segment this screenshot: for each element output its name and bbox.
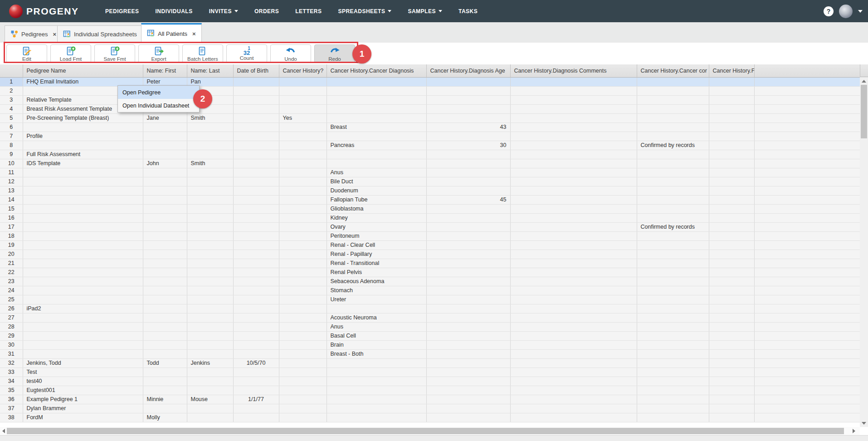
grid-cell[interactable]: Renal - Transitional bbox=[327, 259, 426, 268]
grid-cell[interactable]: FHQ Email Invitation bbox=[23, 77, 143, 86]
grid-cell[interactable]: FordM bbox=[23, 413, 143, 422]
grid-cell[interactable] bbox=[426, 186, 510, 195]
grid-cell[interactable] bbox=[754, 240, 860, 250]
row-number[interactable]: 14 bbox=[0, 195, 23, 204]
grid-cell[interactable] bbox=[143, 132, 187, 141]
grid-cell[interactable] bbox=[279, 386, 327, 395]
grid-cell[interactable] bbox=[279, 286, 327, 295]
grid-cell[interactable]: 10/5/70 bbox=[233, 358, 279, 368]
grid-cell[interactable] bbox=[637, 331, 709, 340]
grid-cell[interactable] bbox=[233, 286, 279, 295]
grid-cell[interactable] bbox=[233, 413, 279, 422]
grid-cell[interactable] bbox=[187, 322, 233, 331]
grid-cell[interactable] bbox=[709, 331, 754, 340]
edit-button[interactable]: Edit bbox=[6, 44, 47, 63]
grid-cell[interactable] bbox=[187, 177, 233, 186]
grid-cell[interactable] bbox=[510, 313, 637, 322]
grid-cell[interactable] bbox=[23, 322, 143, 331]
grid-cell[interactable] bbox=[233, 368, 279, 377]
grid-cell[interactable] bbox=[426, 404, 510, 413]
grid-cell[interactable] bbox=[143, 331, 187, 340]
grid-cell[interactable] bbox=[754, 286, 860, 295]
grid-cell[interactable] bbox=[426, 268, 510, 277]
grid-cell[interactable] bbox=[754, 113, 860, 122]
table-row[interactable]: 29Basal Cell bbox=[0, 331, 860, 340]
grid-cell[interactable]: Jane bbox=[143, 113, 187, 122]
grid-cell[interactable] bbox=[279, 204, 327, 213]
grid-cell[interactable] bbox=[327, 77, 426, 86]
grid-cell[interactable] bbox=[510, 240, 637, 250]
grid-cell[interactable] bbox=[187, 231, 233, 240]
grid-cell[interactable] bbox=[709, 304, 754, 313]
row-number[interactable]: 24 bbox=[0, 286, 23, 295]
row-number[interactable]: 12 bbox=[0, 177, 23, 186]
grid-cell[interactable] bbox=[23, 177, 143, 186]
table-row[interactable]: 36Example Pedigree 1MinnieMouse1/1/77 bbox=[0, 395, 860, 404]
grid-cell[interactable] bbox=[327, 304, 426, 313]
grid-cell[interactable] bbox=[233, 113, 279, 122]
grid-cell[interactable] bbox=[709, 259, 754, 268]
table-row[interactable]: 34test40 bbox=[0, 377, 860, 386]
grid-cell[interactable]: Profile bbox=[23, 132, 143, 141]
grid-cell[interactable] bbox=[426, 77, 510, 86]
grid-cell[interactable] bbox=[233, 377, 279, 386]
grid-cell[interactable] bbox=[279, 304, 327, 313]
grid-cell[interactable] bbox=[754, 222, 860, 231]
grid-cell[interactable] bbox=[510, 368, 637, 377]
grid-cell[interactable] bbox=[510, 404, 637, 413]
table-row[interactable]: 13Duodenum bbox=[0, 186, 860, 195]
grid-cell[interactable] bbox=[754, 213, 860, 222]
row-number[interactable]: 5 bbox=[0, 113, 23, 122]
row-number[interactable]: 21 bbox=[0, 259, 23, 268]
grid-cell[interactable]: Ureter bbox=[327, 295, 426, 304]
grid-cell[interactable] bbox=[187, 259, 233, 268]
row-number[interactable]: 7 bbox=[0, 132, 23, 141]
grid-cell[interactable] bbox=[143, 250, 187, 259]
redo-button[interactable]: Redo bbox=[314, 44, 355, 63]
grid-cell[interactable] bbox=[709, 104, 754, 113]
grid-cell[interactable] bbox=[510, 340, 637, 349]
grid-cell[interactable] bbox=[143, 204, 187, 213]
grid-cell[interactable] bbox=[279, 213, 327, 222]
grid-cell[interactable] bbox=[637, 150, 709, 159]
grid-cell[interactable] bbox=[510, 395, 637, 404]
grid-cell[interactable] bbox=[754, 277, 860, 286]
grid-cell[interactable] bbox=[233, 240, 279, 250]
grid-cell[interactable]: Confirmed by records bbox=[637, 141, 709, 150]
grid-cell[interactable]: Ovary bbox=[327, 222, 426, 231]
column-header-blank[interactable] bbox=[0, 64, 23, 77]
grid-cell[interactable] bbox=[510, 250, 637, 259]
grid-cell[interactable] bbox=[426, 177, 510, 186]
grid-cell[interactable] bbox=[233, 250, 279, 259]
column-header-cancer-history-diagnosis-comments[interactable]: Cancer History.Diagnosis Comments bbox=[510, 64, 637, 77]
row-number[interactable]: 33 bbox=[0, 368, 23, 377]
grid-cell[interactable] bbox=[143, 386, 187, 395]
grid-cell[interactable] bbox=[754, 386, 860, 395]
grid-cell[interactable] bbox=[327, 377, 426, 386]
column-header-name-last[interactable]: Name: Last bbox=[187, 64, 233, 77]
grid-cell[interactable] bbox=[327, 104, 426, 113]
grid-cell[interactable] bbox=[233, 404, 279, 413]
grid-cell[interactable] bbox=[637, 195, 709, 204]
table-row[interactable]: 31Breast - Both bbox=[0, 349, 860, 358]
grid-cell[interactable] bbox=[187, 349, 233, 358]
context-menu-item-open-pedigree[interactable]: Open Pedigree bbox=[118, 86, 199, 99]
table-row[interactable]: 20Renal - Papillary bbox=[0, 250, 860, 259]
grid-cell[interactable] bbox=[23, 250, 143, 259]
grid-cell[interactable] bbox=[637, 113, 709, 122]
grid-cell[interactable]: Peter bbox=[143, 77, 187, 86]
grid-cell[interactable] bbox=[279, 340, 327, 349]
grid-cell[interactable] bbox=[637, 95, 709, 104]
grid-cell[interactable] bbox=[510, 113, 637, 122]
grid-cell[interactable] bbox=[709, 204, 754, 213]
grid-cell[interactable] bbox=[754, 186, 860, 195]
tab-close-icon[interactable]: × bbox=[192, 30, 196, 37]
grid-cell[interactable] bbox=[754, 358, 860, 368]
grid-cell[interactable] bbox=[754, 295, 860, 304]
grid-cell[interactable]: Acoustic Neuroma bbox=[327, 313, 426, 322]
grid-cell[interactable] bbox=[279, 104, 327, 113]
grid-cell[interactable] bbox=[754, 86, 860, 95]
grid-cell[interactable]: Dylan Brammer bbox=[23, 404, 143, 413]
grid-cell[interactable] bbox=[709, 250, 754, 259]
help-icon[interactable]: ? bbox=[824, 6, 834, 16]
